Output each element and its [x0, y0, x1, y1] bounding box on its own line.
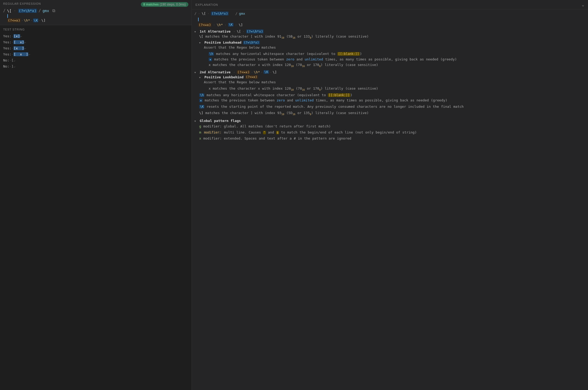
flag-x-desc: x modifier: extended. Spaces and text af…	[194, 136, 585, 141]
tok-dot2: ·	[21, 18, 23, 22]
k-desc: \K resets the starting point of the repo…	[194, 104, 585, 110]
flag-m-desc: m modifier: multi line. Causes ^ and $ t…	[194, 130, 585, 135]
exp-flags: gmx	[239, 12, 245, 16]
explanation-panel: EXPLANATION ⌄ / · \[ · (?=\h*x) / gmx	[192, 0, 588, 390]
h-desc: \h matches any horizontal whitespace cha…	[194, 51, 585, 57]
flag-g: g	[43, 9, 45, 13]
exp-regex-display: / · \[ · (?=\h*x) / gmx	[194, 12, 585, 16]
regex-label: REGULAR EXPRESSION	[3, 2, 41, 5]
global-flags-label: Global pattern flags	[200, 119, 241, 123]
match-highlight: [x]	[13, 34, 20, 38]
alt2-tokens: (?<=x) · \h* · \K · \]	[237, 70, 277, 74]
copy-button[interactable]: ⧉	[51, 8, 57, 14]
tok-lookahead: (?=\h*x)	[18, 9, 37, 13]
alt1-toggle[interactable]	[194, 29, 198, 33]
lookahead-toggle[interactable]	[199, 40, 203, 44]
alt2-label: 2nd Alternative	[200, 70, 230, 74]
explanation-label: EXPLANATION	[195, 3, 218, 6]
exp-tok-h: \h*	[217, 23, 223, 27]
list-item: Yes:·[x]↵	[3, 33, 188, 39]
x-desc: x matches the character x with index 120…	[194, 62, 585, 68]
exp-slash-close: /	[235, 12, 238, 16]
lookahead-row: Positive Lookahead (?=\h*x)	[199, 40, 585, 44]
exp-tok-close-bracket: \]	[239, 23, 243, 27]
exp-cursor	[198, 18, 199, 21]
tok-h2: \h*	[24, 18, 30, 22]
list-item: No:·[↵	[3, 57, 188, 63]
regex-line-1: / \[ · (?=\h*x) / gmx ⧉	[3, 8, 188, 14]
list-item: No:·]↵	[3, 63, 188, 69]
regex-content[interactable]: \[ · (?=\h*x)	[7, 9, 37, 13]
exp-tok-lb: (?<=x)	[198, 23, 212, 27]
chevron-down-icon[interactable]: ⌄	[582, 2, 584, 7]
lookbehind-row: Positive Lookbehind (?<=x)	[199, 75, 585, 79]
exp-tok-lookahead: (?=\h*x)	[211, 12, 229, 16]
regex-line-2	[3, 14, 188, 18]
test-string-content[interactable]: Yes:·[x]↵ Yes:·[··x]↵ Yes:·[x··]↵ Yes:·[…	[3, 33, 188, 69]
exp-tokens-line2: (?<=x) · \h* · \K · \]	[194, 23, 585, 27]
cursor	[7, 14, 8, 18]
lookbehind-desc: Assert that the Regex below matches	[194, 80, 585, 85]
global-flags-toggle[interactable]	[194, 119, 198, 123]
close-bracket-desc: \] matches the character ] with index 93…	[194, 110, 585, 116]
alt1-row: 1st Alternative · \[ · (?=\h*x)	[194, 29, 585, 33]
tok-dot1: ·	[12, 9, 18, 13]
match-highlight: [··x]	[13, 40, 24, 44]
alt1-tok-lookahead: (?=\h*x)	[246, 29, 264, 33]
test-string-label: TEST STRING	[3, 28, 188, 31]
lookbehind-label: Positive Lookbehind	[204, 75, 244, 79]
test-section: TEST STRING Yes:·[x]↵ Yes:·[··x]↵ Yes:·[…	[0, 25, 192, 390]
list-item: Yes:·[··x]↵	[3, 39, 188, 45]
tok-k: \K	[33, 18, 38, 22]
lookbehind-toggle[interactable]	[199, 75, 203, 79]
exp-backslash-bracket: \[	[202, 12, 206, 16]
exp-slash-open: /	[194, 12, 197, 16]
h-desc2: \h matches any horizontal whitespace cha…	[194, 93, 585, 98]
regex-section: REGULAR EXPRESSION 8 matches (190 steps,…	[0, 0, 192, 25]
regex-flags: gmx	[43, 9, 49, 13]
star-desc2: ★ matches the previous token between zer…	[194, 98, 585, 103]
x-desc2: x matches the character x with index 120…	[194, 86, 585, 92]
flag-m: m	[45, 9, 47, 13]
tok-dot3: ·	[30, 18, 33, 22]
list-item: Yes:·[··x··]↵	[3, 51, 188, 57]
flag-x: x	[47, 9, 49, 13]
explanation-header: EXPLANATION ⌄	[192, 0, 588, 9]
bracket-desc: \[ matches the character [ with index 91…	[194, 34, 585, 40]
tok-open-bracket: [	[9, 9, 11, 13]
flag-g-desc: g modifier: global. All matches (don't r…	[194, 124, 585, 129]
star-desc: ★ matches the previous token between zer…	[194, 57, 585, 62]
match-highlight: [··x··]	[13, 52, 28, 56]
exp-cursor-line	[194, 17, 585, 21]
alt1-label: 1st Alternative	[200, 29, 230, 33]
tok-dot4: ·	[39, 18, 41, 22]
slash-close: /	[39, 8, 41, 13]
lookahead-label: Positive Lookahead	[204, 40, 241, 44]
alt2-row: 2nd Alternative · (?<=x) · \h* · \K · \]	[194, 70, 585, 74]
match-highlight: [x··]	[13, 46, 24, 50]
regex-line-3: (?<=x) · \h* · \K · \]	[3, 18, 188, 22]
global-flags-row: Global pattern flags	[194, 119, 585, 123]
slash-open: /	[3, 8, 6, 13]
explanation-content: / · \[ · (?=\h*x) / gmx (?<=x) · \h* ·	[192, 9, 588, 146]
exp-tok-k: \K	[228, 23, 233, 27]
tok-lb-inline: (?<=x)	[245, 75, 258, 79]
match-badge: 8 matches (190 steps, 0.0ms)	[141, 2, 188, 7]
tok-close-bracket: \]	[42, 18, 46, 22]
lookahead-desc: Assert that the Regex below matches	[194, 45, 585, 50]
tok-lookbehind: (?<=x)	[7, 18, 21, 22]
tok-lookahead-inline: (?=\h*x)	[243, 41, 260, 44]
alt2-toggle[interactable]	[194, 70, 198, 74]
list-item: Yes:·[x··]↵	[3, 45, 188, 51]
